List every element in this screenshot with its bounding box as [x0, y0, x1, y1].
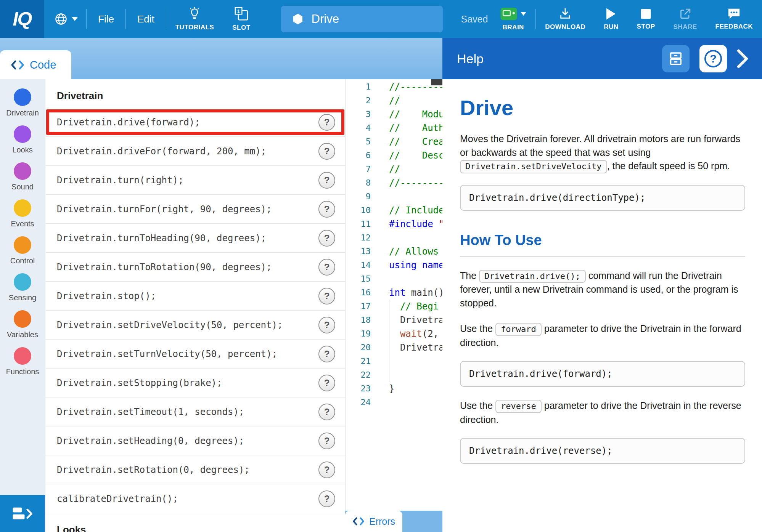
slot-button[interactable]: 1 SLOT: [223, 0, 259, 38]
collapse-panel-chevron-icon[interactable]: [737, 49, 748, 68]
category-label: Drivetrain: [6, 109, 39, 117]
brain-button[interactable]: BRAIN: [491, 0, 535, 38]
command-row[interactable]: Drivetrain.setTimeout(1, seconds);?: [45, 397, 345, 426]
category-label: Functions: [6, 367, 39, 376]
sidebar-item-sound[interactable]: Sound: [6, 162, 39, 199]
command-row[interactable]: Drivetrain.turnToRotation(90, degrees);?: [45, 253, 345, 282]
file-menu[interactable]: File: [87, 0, 125, 38]
command-help-button[interactable]: ?: [318, 143, 335, 160]
run-button[interactable]: RUN: [595, 0, 627, 38]
command-help-button[interactable]: ?: [318, 433, 335, 449]
feedback-button[interactable]: FEEDBACK: [706, 0, 762, 38]
code-editor[interactable]: 1//--------------2//3// Modu4// Auth5// …: [345, 79, 442, 511]
command-row[interactable]: Drivetrain.setHeading(0, degrees);?: [45, 426, 345, 455]
command-help-button[interactable]: ?: [318, 288, 335, 304]
section-title-looks: Looks: [45, 513, 345, 532]
command-help-button[interactable]: ?: [318, 461, 335, 478]
command-row[interactable]: Drivetrain.turn(right);?: [45, 166, 345, 195]
command-text: Drivetrain.turnToRotation(90, degrees);: [57, 262, 272, 272]
code-line: 18 Drivetra: [346, 313, 442, 327]
glossary-button[interactable]: [662, 45, 690, 72]
command-row[interactable]: Drivetrain.turnFor(right, 90, degrees);?: [45, 195, 345, 224]
tab-code[interactable]: Code: [0, 50, 71, 79]
code-line: 3// Modu: [346, 107, 442, 121]
command-row[interactable]: Drivetrain.drive(forward);?: [45, 108, 345, 137]
command-help-button[interactable]: ?: [318, 230, 335, 247]
help-intro-text: Moves the Drivetrain forever. All drivet…: [460, 133, 740, 158]
sidebar-item-events[interactable]: Events: [6, 199, 39, 236]
line-number: 7: [346, 162, 371, 176]
tutorials-button[interactable]: TUTORIALS: [166, 0, 223, 38]
inline-code-reverse: reverse: [495, 400, 542, 413]
chevron-down-icon: [521, 12, 526, 16]
command-row[interactable]: calibrateDrivetrain();?: [45, 484, 345, 513]
tutorials-label: TUTORIALS: [175, 24, 214, 31]
command-help-button[interactable]: ?: [318, 404, 335, 420]
events-category-icon: [14, 199, 31, 217]
looks-category-icon: [14, 125, 31, 143]
sidebar-item-sensing[interactable]: Sensing: [6, 273, 39, 310]
help-paragraph-1: The Drivetrain.drive(); command will run…: [460, 269, 745, 310]
command-help-button[interactable]: ?: [318, 172, 335, 189]
command-row[interactable]: Drivetrain.setTurnVelocity(50, percent);…: [45, 340, 345, 369]
line-number: 11: [346, 217, 371, 231]
code-line: 16int main(): [346, 286, 442, 300]
command-text: Drivetrain.setRotation(0, degrees);: [57, 465, 250, 475]
stop-label: STOP: [637, 23, 655, 30]
command-help-button[interactable]: ?: [318, 259, 335, 276]
share-button[interactable]: SHARE: [664, 0, 706, 38]
stop-button[interactable]: STOP: [628, 0, 664, 38]
code-text: // Begi: [371, 300, 439, 313]
sidebar-item-functions[interactable]: Functions: [6, 347, 39, 384]
command-text: Drivetrain.stop();: [57, 291, 156, 301]
line-number: 2: [346, 94, 371, 107]
download-button[interactable]: DOWNLOAD: [536, 0, 595, 38]
sidebar-item-looks[interactable]: Looks: [6, 125, 39, 162]
command-help-button[interactable]: ?: [318, 375, 335, 391]
code-line: 24: [346, 396, 442, 409]
category-sidebar: DrivetrainLooksSoundEventsControlSensing…: [0, 79, 45, 532]
command-row[interactable]: Drivetrain.turnToHeading(90, degrees);?: [45, 224, 345, 253]
command-help-button[interactable]: ?: [318, 114, 335, 131]
command-help-button[interactable]: ?: [318, 201, 335, 218]
sensing-category-icon: [14, 273, 31, 291]
top-toolbar: IQ File Edit TUTORIALS 1: [0, 0, 762, 38]
command-row[interactable]: Drivetrain.setRotation(0, degrees);?: [45, 455, 345, 484]
line-number: 24: [346, 396, 371, 409]
toggle-blocks-button[interactable]: [0, 495, 45, 532]
code-line: 7//: [346, 162, 442, 176]
code-line: 8//--------------: [346, 176, 442, 190]
language-menu[interactable]: [44, 0, 86, 38]
line-number: 6: [346, 149, 371, 162]
code-line: 5// Crea: [346, 135, 442, 149]
line-number: 3: [346, 107, 371, 121]
errors-bar: Errors: [345, 511, 442, 532]
code-line: 1//--------------: [346, 80, 442, 94]
command-row[interactable]: Drivetrain.setDriveVelocity(50, percent)…: [45, 311, 345, 340]
slot-label: SLOT: [232, 24, 250, 32]
control-category-icon: [14, 236, 31, 254]
project-name-button[interactable]: Drive: [281, 6, 443, 32]
editor-lines: 1//--------------2//3// Modu4// Auth5// …: [346, 79, 442, 409]
code-line: 22: [346, 368, 442, 382]
help-panel-body: Drive Moves the Drivetrain forever. All …: [442, 79, 762, 532]
command-help-button[interactable]: ?: [318, 490, 335, 507]
command-help-button[interactable]: ?: [318, 317, 335, 333]
editor-scrollbar-thumb[interactable]: [431, 79, 442, 85]
code-line: 21: [346, 354, 442, 368]
inline-code-drive: Drivetrain.drive();: [479, 270, 586, 283]
sidebar-item-drivetrain[interactable]: Drivetrain: [6, 88, 39, 125]
sidebar-item-variables[interactable]: Variables: [6, 310, 39, 347]
edit-menu[interactable]: Edit: [126, 0, 166, 38]
category-label: Events: [11, 220, 34, 228]
line-number: 18: [346, 313, 371, 327]
command-help-button[interactable]: ?: [318, 346, 335, 362]
command-row[interactable]: Drivetrain.setStopping(brake);?: [45, 369, 345, 397]
command-row[interactable]: Drivetrain.stop();?: [45, 282, 345, 311]
command-row[interactable]: Drivetrain.driveFor(forward, 200, mm);?: [45, 137, 345, 166]
help-paragraph-2: Use the forward parameter to drive the D…: [460, 322, 745, 349]
tab-errors[interactable]: Errors: [345, 511, 402, 532]
sidebar-item-control[interactable]: Control: [6, 236, 39, 273]
help-header-title: Help: [457, 51, 484, 66]
help-toggle-button[interactable]: ?: [699, 45, 727, 72]
